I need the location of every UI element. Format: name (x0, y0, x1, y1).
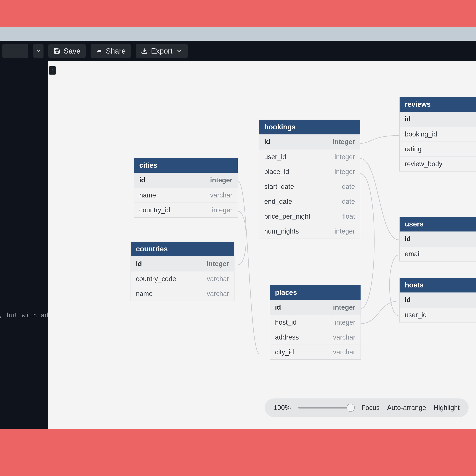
table-users[interactable]: users idemail (399, 217, 476, 261)
table-countries[interactable]: countries idintegercountry_codevarcharna… (131, 241, 235, 301)
column-name: host_id (275, 319, 297, 326)
highlight-button[interactable]: Highlight (434, 404, 460, 412)
column-type: integer (212, 206, 232, 214)
table-column-row[interactable]: id (400, 292, 476, 307)
table-column-row[interactable]: booking_id (400, 127, 476, 141)
column-name: address (275, 333, 299, 341)
chevron-left-icon (51, 68, 54, 72)
app-window: Save Share Export , but with ad (0, 41, 476, 429)
zoom-slider[interactable] (298, 407, 354, 408)
column-name: id (264, 138, 270, 146)
canvas-footer-controls: 100% Focus Auto-arrange Highlight (265, 398, 469, 417)
browser-tabstrip (0, 27, 476, 41)
table-column-row[interactable]: id (400, 112, 476, 127)
collapse-editor-button[interactable] (49, 66, 56, 75)
table-column-row[interactable]: namevarchar (134, 187, 238, 203)
column-name: city_id (275, 348, 294, 356)
column-name: id (139, 176, 145, 184)
column-type: date (342, 198, 355, 205)
column-name: price_per_night (264, 213, 310, 220)
table-column-row[interactable]: idinteger (134, 173, 238, 187)
table-column-row[interactable]: email (400, 246, 476, 261)
save-button[interactable]: Save (48, 44, 86, 58)
table-column-row[interactable]: idinteger (259, 135, 360, 149)
table-column-row[interactable]: num_nightsinteger (259, 224, 360, 238)
table-column-row[interactable]: country_idinteger (134, 203, 238, 217)
table-column-row[interactable]: host_idinteger (270, 315, 360, 330)
column-type: varchar (333, 348, 355, 356)
table-column-row[interactable]: addressvarchar (270, 330, 360, 344)
focus-button[interactable]: Focus (361, 404, 380, 412)
save-icon (53, 48, 60, 54)
diagram-canvas[interactable]: cities idintegernamevarcharcountry_idint… (48, 61, 476, 429)
column-name: id (405, 296, 411, 304)
column-type: integer (210, 176, 232, 184)
table-column-row[interactable]: place_idinteger (259, 164, 360, 179)
table-column-row[interactable]: review_body (400, 156, 476, 171)
column-name: rating (405, 145, 422, 153)
column-name: country_code (136, 275, 176, 283)
column-name: end_date (264, 198, 292, 205)
column-name: id (136, 260, 142, 268)
table-hosts[interactable]: hosts iduser_id (399, 278, 476, 323)
table-column-row[interactable]: price_per_nightfloat (259, 209, 360, 224)
table-column-row[interactable]: idinteger (270, 300, 360, 315)
table-column-row[interactable]: user_idinteger (259, 149, 360, 164)
column-type: varchar (333, 333, 355, 341)
chevron-down-icon (36, 49, 41, 53)
column-type: varchar (207, 290, 229, 298)
table-column-row[interactable]: end_datedate (259, 194, 360, 209)
column-type: integer (335, 319, 355, 326)
table-column-row[interactable]: idinteger (131, 256, 234, 271)
export-button[interactable]: Export (136, 44, 188, 58)
column-name: id (405, 115, 411, 123)
column-type: float (342, 213, 355, 220)
table-column-row[interactable]: rating (400, 141, 476, 156)
table-cities[interactable]: cities idintegernamevarcharcountry_idint… (134, 158, 238, 218)
table-column-row[interactable]: country_codevarchar (131, 271, 234, 286)
column-type: integer (207, 260, 229, 268)
toolbar-leading-button[interactable] (2, 44, 28, 58)
share-label: Share (106, 47, 126, 55)
column-name: place_id (264, 168, 289, 176)
table-title: users (400, 217, 476, 232)
table-reviews[interactable]: reviews idbooking_idratingreview_body (399, 97, 476, 171)
table-places[interactable]: places idintegerhost_idintegeraddressvar… (270, 285, 361, 360)
column-type: integer (335, 227, 355, 235)
toolbar-dropdown-button[interactable] (33, 44, 44, 58)
share-button[interactable]: Share (91, 44, 131, 58)
column-name: id (275, 304, 281, 311)
editor-visible-text: , but with ad (0, 311, 48, 319)
column-name: review_body (405, 160, 442, 168)
chevron-down-icon (176, 48, 183, 54)
column-type: varchar (207, 275, 229, 283)
table-column-row[interactable]: start_datedate (259, 179, 360, 194)
table-column-row[interactable]: city_idvarchar (270, 344, 360, 359)
auto-arrange-button[interactable]: Auto-arrange (387, 404, 426, 412)
zoom-slider-knob[interactable] (347, 404, 355, 412)
column-name: user_id (405, 311, 427, 319)
table-bookings[interactable]: bookings idintegeruser_idintegerplace_id… (259, 119, 360, 239)
save-label: Save (64, 47, 81, 55)
table-column-row[interactable]: namevarchar (131, 286, 234, 301)
column-type: varchar (210, 191, 232, 199)
column-name: email (405, 250, 421, 258)
table-title: places (270, 285, 360, 300)
table-title: cities (134, 158, 238, 173)
column-name: country_id (139, 206, 170, 214)
column-name: start_date (264, 183, 294, 191)
column-name: user_id (264, 153, 286, 161)
zoom-level: 100% (274, 404, 291, 412)
export-label: Export (151, 47, 172, 55)
share-icon (96, 48, 102, 54)
column-name: name (139, 191, 156, 199)
column-name: num_nights (264, 227, 299, 235)
table-title: countries (131, 242, 234, 256)
column-type: integer (335, 153, 355, 161)
column-type: integer (333, 304, 355, 311)
table-title: hosts (400, 278, 476, 292)
download-icon (141, 48, 148, 54)
code-editor-panel[interactable]: , but with ad (0, 61, 48, 429)
table-column-row[interactable]: id (400, 232, 476, 246)
table-column-row[interactable]: user_id (400, 307, 476, 322)
